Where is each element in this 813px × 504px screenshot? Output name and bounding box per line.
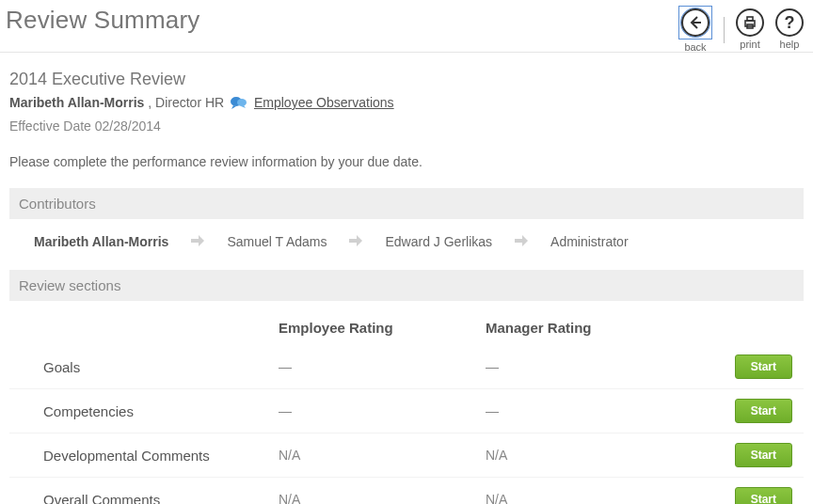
back-button[interactable]: back xyxy=(678,6,712,53)
help-button[interactable]: ? help xyxy=(775,8,804,50)
contributor-item: Maribeth Allan-Morris xyxy=(34,234,168,249)
content-scroll[interactable]: 2014 Executive Review Maribeth Allan-Mor… xyxy=(0,53,813,504)
svg-point-4 xyxy=(237,99,247,106)
start-button[interactable]: Start xyxy=(735,354,792,379)
contributors-row: Maribeth Allan-Morris Samuel T Adams Edw… xyxy=(9,228,804,270)
instruction-text: Please complete the performance review i… xyxy=(9,154,804,169)
employee-rating-value: N/A xyxy=(279,448,486,463)
print-label: print xyxy=(740,39,759,50)
back-label: back xyxy=(684,41,706,53)
person-line: Maribeth Allan-Morris , Director HR Empl… xyxy=(9,95,804,113)
table-row: Developmental Comments N/A N/A Start xyxy=(9,433,804,478)
person-name: Maribeth Allan-Morris xyxy=(9,95,144,110)
table-header-row: Employee Rating Manager Rating xyxy=(9,310,804,345)
divider xyxy=(724,17,725,43)
print-icon xyxy=(742,15,757,30)
contributors-heading: Contributors xyxy=(9,188,804,219)
contributor-item: Edward J Gerlikas xyxy=(385,234,492,249)
start-button[interactable]: Start xyxy=(735,443,792,467)
manager-rating-value: N/A xyxy=(486,492,674,504)
effective-date-label: Effective Date xyxy=(9,118,91,134)
manager-rating-value: — xyxy=(486,359,674,374)
row-label: Goals xyxy=(15,359,279,375)
manager-rating-value: N/A xyxy=(486,448,674,463)
review-sections-heading: Review sections xyxy=(9,270,804,301)
manager-rating-value: — xyxy=(486,403,674,418)
employee-rating-value: — xyxy=(279,403,486,418)
start-button[interactable]: Start xyxy=(735,399,792,423)
svg-rect-1 xyxy=(747,17,753,21)
contributor-item: Administrator xyxy=(550,234,628,249)
row-label: Overall Comments xyxy=(15,492,279,505)
arrow-right-icon xyxy=(515,234,528,249)
column-manager-rating: Manager Rating xyxy=(486,320,674,336)
start-button[interactable]: Start xyxy=(735,487,792,504)
contributor-item: Samuel T Adams xyxy=(227,234,327,249)
column-employee-rating: Employee Rating xyxy=(279,320,486,336)
review-sections-table: Employee Rating Manager Rating Goals — —… xyxy=(9,310,804,504)
top-actions: back print ? help xyxy=(678,4,804,53)
review-title: 2014 Executive Review xyxy=(9,70,804,89)
help-icon: ? xyxy=(785,13,795,33)
row-label: Competencies xyxy=(15,403,279,419)
employee-rating-value: — xyxy=(279,359,486,374)
row-label: Developmental Comments xyxy=(15,448,279,464)
table-row: Goals — — Start xyxy=(9,345,804,389)
effective-date-line: Effective Date 02/28/2014 xyxy=(9,118,804,134)
employee-rating-value: N/A xyxy=(279,492,486,504)
page-title: Review Summary xyxy=(6,4,200,35)
topbar: Review Summary back xyxy=(0,0,813,53)
print-button[interactable]: print xyxy=(736,8,764,50)
arrow-right-icon xyxy=(191,234,204,249)
back-arrow-icon xyxy=(688,15,703,30)
table-row: Overall Comments N/A N/A Start xyxy=(9,478,804,504)
arrow-right-icon xyxy=(349,234,362,249)
effective-date-value: 02/28/2014 xyxy=(95,118,161,134)
help-label: help xyxy=(780,39,800,50)
chat-bubble-icon[interactable] xyxy=(230,95,248,113)
employee-observations-link[interactable]: Employee Observations xyxy=(254,95,394,110)
person-role: , Director HR xyxy=(148,95,224,110)
table-row: Competencies — — Start xyxy=(9,389,804,433)
